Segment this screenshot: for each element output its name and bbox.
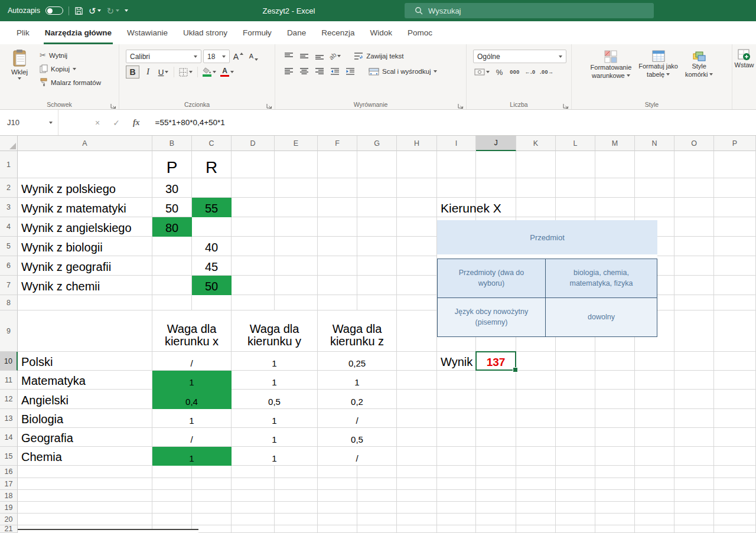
cell-A7[interactable]: Wynik z chemii [18,276,152,295]
cell-O7[interactable] [674,276,714,295]
cell-A15[interactable]: Chemia [18,447,152,466]
cell-B17[interactable] [152,478,192,490]
cell-E18[interactable] [275,490,318,502]
cell-A18[interactable] [18,490,152,502]
cell-E17[interactable] [275,478,318,490]
cell-E7[interactable] [275,276,318,295]
cell-P9[interactable] [714,310,756,352]
cell-M20[interactable] [595,514,635,525]
redo-button[interactable]: ↻ [106,6,119,15]
cut-button[interactable]: ✂ Wytnij [38,49,103,61]
cell-P17[interactable] [714,478,756,490]
row-header-7[interactable]: 7 [0,276,18,295]
search-box[interactable]: Wyszukaj [405,3,654,18]
cell-M1[interactable] [595,151,635,178]
cell-M3[interactable] [595,198,635,217]
tab-uklad-strony[interactable]: Układ strony [175,21,235,44]
cell-P21[interactable] [714,525,756,533]
cell-F3[interactable] [318,198,357,217]
cell-O2[interactable] [674,178,714,198]
cell-P13[interactable] [714,409,756,428]
fill-color-button[interactable] [201,66,217,79]
cell-H20[interactable] [397,514,437,525]
cell-H8[interactable] [397,295,437,310]
cell-M2[interactable] [595,178,635,198]
cell-A13[interactable]: Biologia [18,409,152,428]
cell-N19[interactable] [635,502,674,514]
insert-cells-button[interactable]: Wstaw [734,47,755,69]
cell-I2[interactable] [437,178,476,198]
cell-C17[interactable] [192,478,232,490]
row-header-9[interactable]: 9 [0,310,18,352]
cell-O5[interactable] [674,237,714,256]
undo-button[interactable]: ↺ [89,6,102,15]
cell-I3[interactable]: Kierunek X [437,198,476,217]
cell-G18[interactable] [357,490,397,502]
cell-F10[interactable]: 0,25 [318,352,397,371]
cell-M15[interactable] [595,447,635,466]
cell-J19[interactable] [476,502,516,514]
cell-L10[interactable] [556,352,595,371]
row-header-8[interactable]: 8 [0,295,18,310]
cell-N14[interactable] [635,428,674,447]
column-header-O[interactable]: O [674,136,714,151]
cell-F8[interactable] [318,295,357,310]
cell-A20[interactable] [18,514,152,525]
save-button[interactable] [74,6,83,15]
cell-E20[interactable] [275,514,318,525]
cell-D20[interactable] [232,514,275,525]
cell-E8[interactable] [275,295,318,310]
font-name-select[interactable]: Calibri [126,50,201,63]
cell-M12[interactable] [595,390,635,409]
tab-pomoc[interactable]: Pomoc [400,21,440,44]
cell-K12[interactable] [516,390,556,409]
align-bottom-button[interactable] [312,50,326,63]
select-all-corner[interactable] [0,136,18,151]
decrease-decimal-button[interactable]: .00→ [539,66,555,79]
row-header-2[interactable]: 2 [0,178,18,198]
cell-O11[interactable] [674,371,714,390]
tab-formuly[interactable]: Formuły [235,21,279,44]
cell-D14[interactable]: 1 [232,428,318,447]
cell-I19[interactable] [437,502,476,514]
cell-H12[interactable] [397,390,437,409]
cell-K11[interactable] [516,371,556,390]
name-box[interactable]: J10 [0,110,58,135]
cell-O18[interactable] [674,490,714,502]
wrap-text-button[interactable]: Zawijaj tekst [352,50,405,63]
comma-style-button[interactable]: 000 [508,66,522,79]
cell-B9[interactable]: Waga dla kierunku x [152,310,232,352]
cell-J11[interactable] [476,371,516,390]
cell-A1[interactable] [18,151,152,178]
cell-B13[interactable]: 1 [152,409,232,428]
cell-B19[interactable] [152,502,192,514]
orientation-button[interactable]: ab [328,50,342,63]
row-header-17[interactable]: 17 [0,478,18,490]
cell-L13[interactable] [556,409,595,428]
cell-F6[interactable] [318,256,357,276]
cell-H15[interactable] [397,447,437,466]
column-header-B[interactable]: B [152,136,192,151]
cell-C8[interactable] [192,295,232,310]
cell-D2[interactable] [232,178,275,198]
cell-D16[interactable] [232,466,275,478]
tab-wstawianie[interactable]: Wstawianie [119,21,175,44]
cell-H14[interactable] [397,428,437,447]
cell-L11[interactable] [556,371,595,390]
cell-B1[interactable]: P [152,151,192,178]
cell-F17[interactable] [318,478,357,490]
cell-J1[interactable] [476,151,516,178]
align-right-button[interactable] [312,65,326,78]
cell-E1[interactable] [275,151,318,178]
cell-I13[interactable] [437,409,476,428]
cell-G16[interactable] [357,466,397,478]
cell-N10[interactable] [635,352,674,371]
cell-B7[interactable] [152,276,192,295]
cell-N12[interactable] [635,390,674,409]
cell-J17[interactable] [476,478,516,490]
cell-N1[interactable] [635,151,674,178]
merge-center-button[interactable]: Scal i wyśrodkuj [367,66,439,78]
cell-P7[interactable] [714,276,756,295]
cell-G19[interactable] [357,502,397,514]
cell-J18[interactable] [476,490,516,502]
